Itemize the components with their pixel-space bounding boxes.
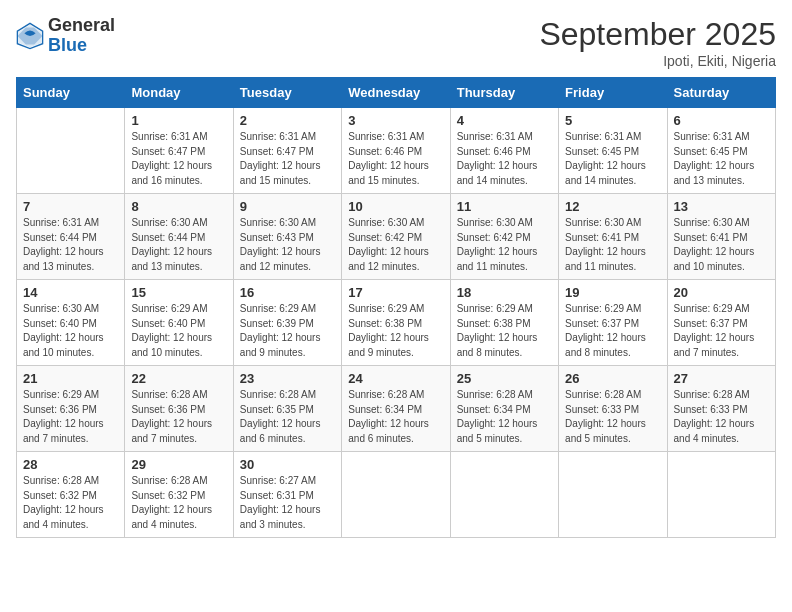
day-number: 7 [23,199,118,214]
calendar-cell [450,452,558,538]
calendar-cell [17,108,125,194]
calendar-week-row: 7Sunrise: 6:31 AMSunset: 6:44 PMDaylight… [17,194,776,280]
day-number: 10 [348,199,443,214]
day-number: 11 [457,199,552,214]
day-number: 1 [131,113,226,128]
calendar-cell: 23Sunrise: 6:28 AMSunset: 6:35 PMDayligh… [233,366,341,452]
day-info: Sunrise: 6:30 AMSunset: 6:41 PMDaylight:… [565,216,660,274]
calendar-cell [559,452,667,538]
logo-icon [16,22,44,50]
day-number: 9 [240,199,335,214]
day-number: 14 [23,285,118,300]
day-number: 3 [348,113,443,128]
day-info: Sunrise: 6:29 AMSunset: 6:39 PMDaylight:… [240,302,335,360]
calendar-table: SundayMondayTuesdayWednesdayThursdayFrid… [16,77,776,538]
day-number: 15 [131,285,226,300]
calendar-cell: 12Sunrise: 6:30 AMSunset: 6:41 PMDayligh… [559,194,667,280]
day-info: Sunrise: 6:29 AMSunset: 6:40 PMDaylight:… [131,302,226,360]
calendar-cell: 17Sunrise: 6:29 AMSunset: 6:38 PMDayligh… [342,280,450,366]
logo-text: General Blue [48,16,115,56]
calendar-cell: 9Sunrise: 6:30 AMSunset: 6:43 PMDaylight… [233,194,341,280]
page-header: General Blue September 2025 Ipoti, Ekiti… [16,16,776,69]
calendar-cell: 22Sunrise: 6:28 AMSunset: 6:36 PMDayligh… [125,366,233,452]
calendar-week-row: 14Sunrise: 6:30 AMSunset: 6:40 PMDayligh… [17,280,776,366]
day-number: 24 [348,371,443,386]
calendar-cell [667,452,775,538]
calendar-week-row: 1Sunrise: 6:31 AMSunset: 6:47 PMDaylight… [17,108,776,194]
day-info: Sunrise: 6:27 AMSunset: 6:31 PMDaylight:… [240,474,335,532]
calendar-cell: 28Sunrise: 6:28 AMSunset: 6:32 PMDayligh… [17,452,125,538]
day-info: Sunrise: 6:29 AMSunset: 6:37 PMDaylight:… [565,302,660,360]
day-number: 4 [457,113,552,128]
calendar-cell: 7Sunrise: 6:31 AMSunset: 6:44 PMDaylight… [17,194,125,280]
day-number: 19 [565,285,660,300]
day-info: Sunrise: 6:28 AMSunset: 6:36 PMDaylight:… [131,388,226,446]
day-info: Sunrise: 6:30 AMSunset: 6:42 PMDaylight:… [348,216,443,274]
day-number: 20 [674,285,769,300]
day-info: Sunrise: 6:31 AMSunset: 6:44 PMDaylight:… [23,216,118,274]
location-subtitle: Ipoti, Ekiti, Nigeria [539,53,776,69]
calendar-cell: 5Sunrise: 6:31 AMSunset: 6:45 PMDaylight… [559,108,667,194]
day-number: 22 [131,371,226,386]
calendar-cell: 26Sunrise: 6:28 AMSunset: 6:33 PMDayligh… [559,366,667,452]
day-info: Sunrise: 6:31 AMSunset: 6:46 PMDaylight:… [457,130,552,188]
calendar-cell: 25Sunrise: 6:28 AMSunset: 6:34 PMDayligh… [450,366,558,452]
calendar-cell [342,452,450,538]
day-number: 26 [565,371,660,386]
day-info: Sunrise: 6:28 AMSunset: 6:34 PMDaylight:… [457,388,552,446]
calendar-cell: 14Sunrise: 6:30 AMSunset: 6:40 PMDayligh… [17,280,125,366]
day-info: Sunrise: 6:28 AMSunset: 6:32 PMDaylight:… [131,474,226,532]
day-header-sunday: Sunday [17,78,125,108]
calendar-cell: 8Sunrise: 6:30 AMSunset: 6:44 PMDaylight… [125,194,233,280]
day-number: 16 [240,285,335,300]
calendar-cell: 29Sunrise: 6:28 AMSunset: 6:32 PMDayligh… [125,452,233,538]
calendar-cell: 19Sunrise: 6:29 AMSunset: 6:37 PMDayligh… [559,280,667,366]
calendar-cell: 1Sunrise: 6:31 AMSunset: 6:47 PMDaylight… [125,108,233,194]
day-number: 28 [23,457,118,472]
calendar-cell: 11Sunrise: 6:30 AMSunset: 6:42 PMDayligh… [450,194,558,280]
day-info: Sunrise: 6:28 AMSunset: 6:32 PMDaylight:… [23,474,118,532]
calendar-cell: 13Sunrise: 6:30 AMSunset: 6:41 PMDayligh… [667,194,775,280]
calendar-cell: 3Sunrise: 6:31 AMSunset: 6:46 PMDaylight… [342,108,450,194]
day-number: 29 [131,457,226,472]
calendar-header-row: SundayMondayTuesdayWednesdayThursdayFrid… [17,78,776,108]
day-info: Sunrise: 6:30 AMSunset: 6:41 PMDaylight:… [674,216,769,274]
day-info: Sunrise: 6:29 AMSunset: 6:37 PMDaylight:… [674,302,769,360]
calendar-cell: 30Sunrise: 6:27 AMSunset: 6:31 PMDayligh… [233,452,341,538]
month-title: September 2025 [539,16,776,53]
calendar-cell: 6Sunrise: 6:31 AMSunset: 6:45 PMDaylight… [667,108,775,194]
day-info: Sunrise: 6:31 AMSunset: 6:45 PMDaylight:… [565,130,660,188]
day-number: 23 [240,371,335,386]
day-number: 6 [674,113,769,128]
day-info: Sunrise: 6:29 AMSunset: 6:38 PMDaylight:… [457,302,552,360]
day-number: 18 [457,285,552,300]
day-info: Sunrise: 6:31 AMSunset: 6:47 PMDaylight:… [240,130,335,188]
day-header-friday: Friday [559,78,667,108]
day-header-tuesday: Tuesday [233,78,341,108]
day-info: Sunrise: 6:29 AMSunset: 6:38 PMDaylight:… [348,302,443,360]
calendar-week-row: 21Sunrise: 6:29 AMSunset: 6:36 PMDayligh… [17,366,776,452]
calendar-cell: 15Sunrise: 6:29 AMSunset: 6:40 PMDayligh… [125,280,233,366]
day-number: 13 [674,199,769,214]
calendar-cell: 4Sunrise: 6:31 AMSunset: 6:46 PMDaylight… [450,108,558,194]
day-info: Sunrise: 6:30 AMSunset: 6:40 PMDaylight:… [23,302,118,360]
day-number: 21 [23,371,118,386]
calendar-cell: 18Sunrise: 6:29 AMSunset: 6:38 PMDayligh… [450,280,558,366]
calendar-body: 1Sunrise: 6:31 AMSunset: 6:47 PMDaylight… [17,108,776,538]
calendar-cell: 16Sunrise: 6:29 AMSunset: 6:39 PMDayligh… [233,280,341,366]
logo: General Blue [16,16,115,56]
day-info: Sunrise: 6:29 AMSunset: 6:36 PMDaylight:… [23,388,118,446]
day-header-monday: Monday [125,78,233,108]
day-number: 5 [565,113,660,128]
calendar-cell: 10Sunrise: 6:30 AMSunset: 6:42 PMDayligh… [342,194,450,280]
day-info: Sunrise: 6:30 AMSunset: 6:43 PMDaylight:… [240,216,335,274]
calendar-cell: 21Sunrise: 6:29 AMSunset: 6:36 PMDayligh… [17,366,125,452]
calendar-cell: 27Sunrise: 6:28 AMSunset: 6:33 PMDayligh… [667,366,775,452]
day-info: Sunrise: 6:30 AMSunset: 6:42 PMDaylight:… [457,216,552,274]
day-info: Sunrise: 6:31 AMSunset: 6:46 PMDaylight:… [348,130,443,188]
calendar-cell: 24Sunrise: 6:28 AMSunset: 6:34 PMDayligh… [342,366,450,452]
title-block: September 2025 Ipoti, Ekiti, Nigeria [539,16,776,69]
day-number: 2 [240,113,335,128]
day-number: 17 [348,285,443,300]
day-number: 27 [674,371,769,386]
